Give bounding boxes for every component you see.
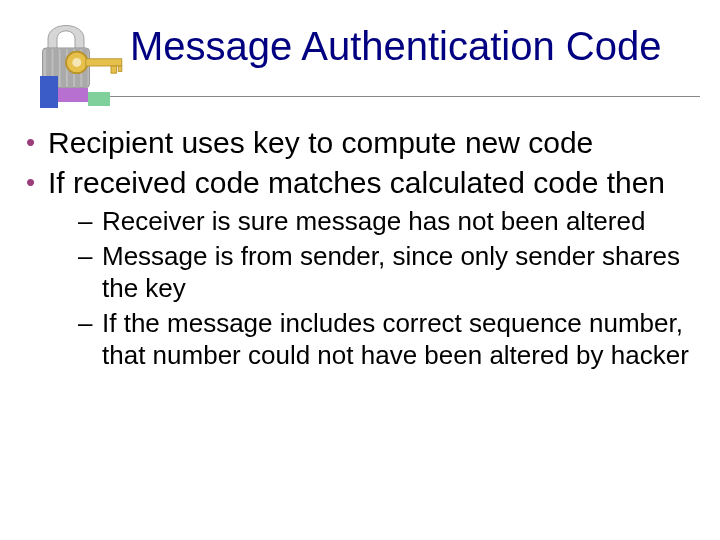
sub-bullet-item: Receiver is sure message has not been al… [48,205,700,238]
bullet-item: If received code matches calculated code… [20,164,700,372]
decorative-blocks [0,70,120,110]
svg-rect-9 [86,59,122,66]
title-underline [60,96,700,97]
slide-title: Message Authentication Code [130,24,661,69]
svg-point-8 [72,58,81,67]
bullet-item: Recipient uses key to compute new code [20,124,700,162]
content-area: Recipient uses key to compute new code I… [20,124,700,374]
sub-bullet-item: Message is from sender, since only sende… [48,240,700,305]
bullet-text: If received code matches calculated code… [48,166,665,199]
sub-bullet-item: If the message includes correct sequence… [48,307,700,372]
